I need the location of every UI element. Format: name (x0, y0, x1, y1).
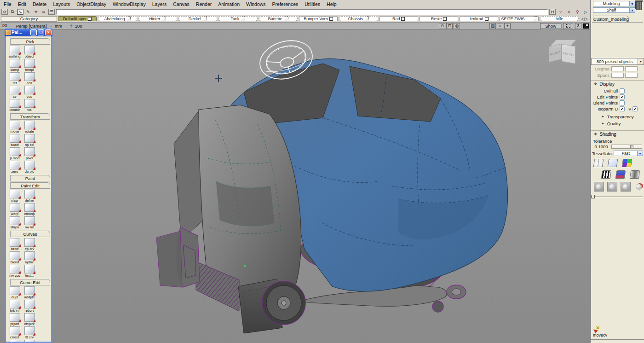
tool-addpts[interactable]: addpts (22, 286, 37, 299)
tool-vis[interactable]: vis (22, 99, 37, 112)
layer-tab-hilfe[interactable]: hilfe (540, 16, 579, 21)
layer-tab-batterie[interactable]: Batterie (259, 16, 298, 21)
palette-section-curves[interactable]: Curves (10, 231, 50, 237)
spans-v-field[interactable] (625, 73, 638, 78)
tool-prjtan[interactable]: prjtan (7, 313, 22, 326)
blend-points-checkbox[interactable] (620, 100, 625, 105)
tool-crvplnr[interactable]: crvplnr (22, 313, 37, 326)
tolerance-value[interactable]: 0.1000 (593, 144, 610, 149)
camera-label[interactable]: Persp [Camera] (16, 23, 47, 29)
tool-circle[interactable]: circle (7, 238, 22, 251)
cv-hull-checkbox[interactable] (620, 88, 625, 93)
wireframe-shade-icon[interactable] (593, 159, 604, 167)
tool-scale[interactable]: scale (7, 134, 22, 147)
camera-settings-icon[interactable]: ⊡ (446, 23, 453, 29)
tool-shrpn[interactable]: shrpn (7, 216, 22, 229)
layer-symbol-square-icon[interactable] (401, 17, 405, 21)
lasso-icon[interactable]: ○ (497, 23, 503, 29)
layer-tab-chassis[interactable]: Chassis (339, 16, 378, 21)
window-layout-icon[interactable] (583, 23, 589, 29)
zebra-shade-icon[interactable] (601, 170, 612, 179)
layer-symbol-square-icon[interactable] (485, 17, 489, 21)
tool-text-[interactable]: text... (22, 265, 37, 278)
snap-point-icon[interactable]: ✳ (33, 9, 39, 15)
degree-v-field[interactable] (625, 66, 638, 71)
play-icon[interactable]: ▷ (582, 9, 589, 15)
tool-comp[interactable]: comp (7, 59, 22, 72)
tool-revcrv[interactable]: revcrv (22, 340, 37, 342)
material-sphere-3-icon[interactable] (621, 182, 631, 192)
tool-blend[interactable]: blend (7, 251, 22, 264)
palette-section-paint-edit[interactable]: Paint Edit (10, 182, 50, 189)
layer-tab-deckel[interactable]: Deckel (178, 16, 217, 21)
menu-help[interactable]: Help (327, 1, 337, 7)
show-button[interactable]: Show (540, 23, 561, 29)
tool-cmanp[interactable]: cmanp (22, 203, 37, 216)
layer-tab-lenkrad[interactable]: lenkrad (460, 16, 498, 21)
tool-crvsct[interactable]: crvsct (7, 326, 22, 339)
material-sphere-1-icon[interactable] (594, 182, 604, 192)
layer-tab-hinter[interactable]: Hinter (138, 16, 177, 21)
pick-nothing-icon[interactable]: ⊘ (1, 9, 8, 15)
view-cube-right-face[interactable]: RIGHT (549, 44, 562, 63)
menu-layers[interactable]: Layers (152, 1, 167, 7)
palette-section-transform[interactable]: Transform (10, 113, 50, 120)
zoom-view-icon[interactable]: ◎ (454, 23, 460, 29)
tool-warp[interactable]: warp (7, 203, 22, 216)
layer-symbol-triangle-icon[interactable] (202, 17, 207, 21)
layer-tab-seite-zwischen[interactable]: SEITE ZWISCHEN (500, 16, 538, 21)
tool-kptbx[interactable]: kptbx (22, 251, 37, 264)
tool-ep-crv[interactable]: ep crv (22, 238, 37, 251)
snap-magnet-icon[interactable]: ⚲ (574, 9, 581, 15)
layer-symbol-triangle-icon[interactable] (533, 17, 537, 21)
layer-tab-bumper-vorn[interactable]: Bumper Vorn (299, 16, 338, 21)
tool-xlayr[interactable]: xlayr (7, 190, 22, 203)
category-button[interactable]: Category (1, 16, 57, 22)
layer-symbol-square-icon[interactable] (88, 17, 92, 21)
tool-nothing[interactable]: nothing (7, 46, 22, 58)
display-sub-transparency[interactable]: ✦Transparency (591, 114, 644, 119)
tool-object[interactable]: object (22, 46, 37, 58)
menu-edit[interactable]: Edit (18, 1, 26, 7)
palette-minimize-button[interactable]: _ (30, 29, 37, 35)
isoparm-u-checkbox[interactable]: ✔ (620, 106, 625, 111)
tool-nw-cos[interactable]: nw cos (7, 265, 22, 278)
view-cube[interactable]: RIGHT FRONT (549, 40, 577, 65)
modeling-menu-select[interactable]: Modeling ▼ (593, 1, 635, 6)
panel-count-button[interactable]: 3 (575, 23, 581, 29)
pick-template-icon[interactable]: ⧉ (9, 9, 16, 15)
promptline-history-icon[interactable]: ☰ (48, 9, 55, 15)
snap-grid-icon[interactable]: ∵ (558, 9, 564, 15)
menu-render[interactable]: Render (196, 1, 212, 7)
tool-brk-inf[interactable]: brk inf (7, 300, 22, 313)
curve-tool-icon[interactable]: ∿ (17, 9, 23, 15)
decal-shade-icon[interactable] (615, 170, 626, 179)
tool-ref[interactable]: ref (7, 72, 22, 85)
tool-defrm[interactable]: defrm (22, 190, 37, 203)
view-cube-front-face[interactable]: FRONT (562, 44, 575, 64)
layer-symbol-square-icon[interactable] (443, 17, 447, 21)
layer-tab-defaultlayer[interactable]: DefaultLayer (58, 16, 97, 21)
palette-title-bar[interactable]: Pal... _ ❒ ✕ (5, 29, 52, 36)
menu-objectdisplay[interactable]: ObjectDisplay (76, 1, 106, 7)
menu-layouts[interactable]: Layouts (53, 1, 70, 7)
tool-move[interactable]: move (7, 121, 22, 134)
shelf-tab-custom-modeling[interactable]: Custom_modeling (593, 16, 629, 22)
link-icon[interactable]: ∞ (40, 9, 47, 15)
menu-preferences[interactable]: Preferences (272, 1, 299, 7)
layer-symbol-triangle-icon[interactable] (284, 17, 288, 21)
palette-maximize-button[interactable]: ❒ (38, 29, 44, 35)
assign-material-icon[interactable] (634, 182, 644, 192)
spans-u-field[interactable] (611, 73, 624, 78)
tool-cos[interactable]: cos (22, 86, 37, 99)
tolerance-slider[interactable] (611, 145, 642, 149)
tool-du-plc[interactable]: du plc (22, 161, 37, 174)
tool-np-scl[interactable]: np scl (22, 134, 37, 147)
tool-cv[interactable]: cv (7, 86, 22, 99)
tool-nw-im[interactable]: nw im (22, 216, 37, 229)
palette-close-button[interactable]: ✕ (45, 29, 52, 35)
display-sub-quality[interactable]: ✦Quality (591, 121, 644, 126)
menu-utilities[interactable]: Utilities (305, 1, 320, 7)
viewport-close-icon[interactable]: ⌧ (1, 23, 8, 29)
layer-tab-tank[interactable]: Tank (218, 16, 257, 21)
